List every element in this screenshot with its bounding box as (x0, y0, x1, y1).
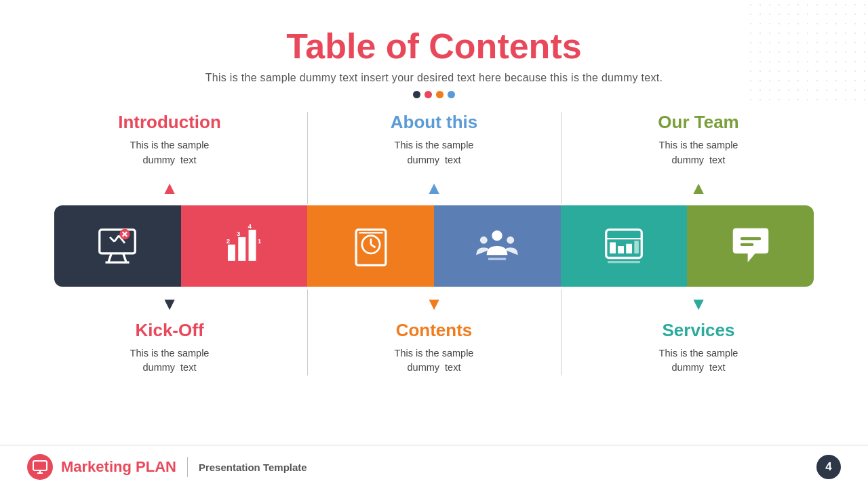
title-plain: Table of (286, 26, 429, 66)
svg-rect-11 (238, 237, 245, 260)
svg-rect-10 (228, 244, 235, 260)
kickoff-desc: This is the sampledummy text (130, 346, 210, 376)
subtitle: This is the sample dummy text insert you… (0, 72, 868, 84)
dashboard-icon (600, 222, 648, 270)
footer-brand-colored: PLAN (136, 458, 176, 475)
dot-pattern-decoration (746, 0, 868, 108)
footer-brand-text: Marketing (61, 458, 136, 475)
indicator-dots (0, 91, 868, 98)
svg-text:1: 1 (258, 237, 262, 244)
svg-text:4: 4 (248, 222, 252, 230)
svg-rect-12 (249, 229, 256, 260)
svg-rect-28 (610, 242, 616, 253)
about-title: About this (391, 112, 478, 133)
bottom-section-contents: ▼ Contents This is the sampledummy text (319, 289, 549, 376)
top-section-team: Our Team This is the sampledummy text ▲ (583, 112, 814, 204)
team-desc: This is the sampledummy text (659, 138, 738, 168)
svg-rect-25 (488, 258, 506, 260)
svg-point-23 (480, 236, 488, 243)
divider-1 (307, 112, 308, 204)
contents-desc: This is the sampledummy text (395, 346, 474, 376)
services-arrow-down: ▼ (690, 293, 707, 314)
slide-title: Table of Contents (0, 26, 868, 66)
svg-text:3: 3 (237, 229, 241, 237)
svg-line-1 (108, 253, 111, 262)
svg-line-5 (115, 235, 119, 241)
icon-cell-clockbook (307, 205, 434, 287)
intro-desc: This is the sampledummy text (130, 138, 210, 168)
intro-arrow-up: ▲ (161, 178, 178, 199)
bottom-divider-1 (307, 289, 308, 376)
svg-text:2: 2 (226, 237, 231, 244)
icon-cell-chat (687, 205, 814, 287)
bottom-divider-2 (561, 289, 561, 376)
services-title: Services (663, 320, 735, 341)
svg-rect-35 (33, 461, 47, 470)
monitor-icon (32, 459, 48, 475)
svg-line-2 (123, 253, 126, 262)
kickoff-title: Kick-Off (135, 320, 203, 341)
dot-1 (413, 91, 420, 98)
main-content: Introduction This is the sampledummy tex… (0, 112, 868, 375)
svg-line-20 (371, 244, 376, 247)
dot-4 (448, 91, 455, 98)
kickoff-arrow-down: ▼ (161, 293, 178, 314)
page-number: 4 (816, 455, 841, 479)
svg-rect-31 (634, 241, 639, 253)
chat-bubble-icon (727, 222, 774, 270)
about-arrow-up: ▲ (425, 178, 443, 199)
icon-cell-computer (54, 205, 181, 287)
svg-rect-30 (626, 243, 632, 253)
intro-title: Introduction (118, 112, 221, 133)
icon-cell-team (434, 205, 561, 287)
footer-subtitle: Presentation Template (199, 462, 307, 473)
computer-tools-icon (94, 222, 141, 270)
dot-3 (436, 91, 443, 98)
icon-cell-barchart: 2 3 4 1 (181, 205, 308, 287)
bar-chart-icon: 2 3 4 1 (220, 222, 268, 270)
team-arrow-up: ▲ (690, 178, 707, 199)
svg-rect-32 (608, 260, 640, 262)
footer: Marketing PLAN Presentation Template 4 (0, 445, 868, 488)
title-colored: Contents (429, 26, 581, 66)
contents-arrow-down: ▼ (425, 293, 443, 314)
services-desc: This is the sampledummy text (659, 346, 738, 376)
icon-cell-dashboard (561, 205, 688, 287)
icon-strip: 2 3 4 1 (54, 205, 814, 287)
footer-logo-icon (27, 454, 53, 480)
bottom-section-kickoff: ▼ Kick-Off This is the sampledummy text (54, 289, 285, 376)
footer-divider (187, 457, 188, 477)
team-title: Our Team (658, 112, 738, 133)
footer-brand: Marketing PLAN (61, 458, 176, 476)
svg-point-24 (507, 236, 515, 243)
contents-title: Contents (396, 320, 473, 341)
bottom-section-services: ▼ Services This is the sampledummy text (583, 289, 814, 376)
team-presentation-icon (473, 222, 521, 270)
svg-line-4 (110, 237, 115, 241)
top-section-about: About this This is the sampledummy text … (319, 112, 549, 204)
about-desc: This is the sampledummy text (395, 138, 474, 168)
svg-rect-29 (618, 246, 624, 253)
dot-2 (425, 91, 432, 98)
svg-point-22 (492, 230, 502, 241)
slide-header: Table of Contents This is the sample dum… (0, 0, 868, 98)
top-section-introduction: Introduction This is the sampledummy tex… (54, 112, 285, 204)
divider-2 (561, 112, 561, 204)
svg-rect-33 (740, 237, 761, 239)
svg-rect-34 (740, 243, 753, 245)
clock-book-icon (347, 222, 395, 270)
